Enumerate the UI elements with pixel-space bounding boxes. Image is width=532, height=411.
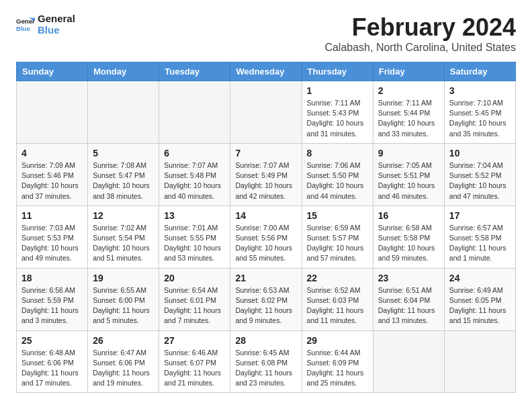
calendar-week-row: 11Sunrise: 7:03 AM Sunset: 5:53 PM Dayli… xyxy=(17,205,516,268)
day-info: Sunrise: 6:49 AM Sunset: 6:05 PM Dayligh… xyxy=(449,285,511,326)
svg-text:Blue: Blue xyxy=(16,24,30,32)
day-info: Sunrise: 6:54 AM Sunset: 6:01 PM Dayligh… xyxy=(164,285,225,326)
day-info: Sunrise: 6:47 AM Sunset: 6:06 PM Dayligh… xyxy=(93,348,154,389)
day-number: 7 xyxy=(235,148,296,158)
day-info: Sunrise: 6:58 AM Sunset: 5:58 PM Dayligh… xyxy=(378,223,439,264)
logo-icon: General Blue xyxy=(16,15,35,34)
day-number: 13 xyxy=(164,210,225,221)
day-number: 24 xyxy=(449,273,511,283)
calendar-cell: 28Sunrise: 6:45 AM Sunset: 6:08 PM Dayli… xyxy=(230,330,302,393)
day-info: Sunrise: 7:06 AM Sunset: 5:50 PM Dayligh… xyxy=(307,161,368,201)
day-number: 17 xyxy=(449,210,511,221)
calendar-cell: 10Sunrise: 7:04 AM Sunset: 5:52 PM Dayli… xyxy=(444,143,515,205)
day-number: 1 xyxy=(307,85,368,96)
calendar-cell: 21Sunrise: 6:53 AM Sunset: 6:02 PM Dayli… xyxy=(230,268,302,330)
day-number: 12 xyxy=(93,210,154,221)
col-header-sunday: Sunday xyxy=(17,62,88,81)
calendar-cell: 4Sunrise: 7:09 AM Sunset: 5:46 PM Daylig… xyxy=(17,143,88,205)
day-info: Sunrise: 7:08 AM Sunset: 5:47 PM Dayligh… xyxy=(93,161,154,201)
logo: General Blue General Blue xyxy=(16,13,75,36)
calendar-cell: 29Sunrise: 6:44 AM Sunset: 6:09 PM Dayli… xyxy=(302,330,373,393)
day-info: Sunrise: 7:00 AM Sunset: 5:56 PM Dayligh… xyxy=(235,223,296,264)
day-info: Sunrise: 6:53 AM Sunset: 6:02 PM Dayligh… xyxy=(235,285,296,326)
day-number: 19 xyxy=(93,273,154,283)
day-number: 6 xyxy=(164,148,225,158)
calendar-cell: 22Sunrise: 6:52 AM Sunset: 6:03 PM Dayli… xyxy=(302,268,373,330)
day-number: 2 xyxy=(378,85,439,96)
calendar-cell: 13Sunrise: 7:01 AM Sunset: 5:55 PM Dayli… xyxy=(159,205,230,268)
calendar-cell: 1Sunrise: 7:11 AM Sunset: 5:43 PM Daylig… xyxy=(302,81,373,144)
col-header-thursday: Thursday xyxy=(302,62,373,81)
day-number: 11 xyxy=(21,210,83,221)
day-number: 4 xyxy=(21,148,83,158)
day-info: Sunrise: 6:45 AM Sunset: 6:08 PM Dayligh… xyxy=(235,348,296,389)
day-info: Sunrise: 6:44 AM Sunset: 6:09 PM Dayligh… xyxy=(307,348,368,389)
logo-general: General xyxy=(38,13,75,25)
day-info: Sunrise: 7:10 AM Sunset: 5:45 PM Dayligh… xyxy=(449,98,511,139)
calendar-cell: 25Sunrise: 6:48 AM Sunset: 6:06 PM Dayli… xyxy=(17,330,88,393)
col-header-wednesday: Wednesday xyxy=(230,62,302,81)
calendar-cell: 27Sunrise: 6:46 AM Sunset: 6:07 PM Dayli… xyxy=(159,330,230,393)
col-header-monday: Monday xyxy=(88,62,159,81)
day-number: 14 xyxy=(235,210,296,221)
calendar-cell: 7Sunrise: 7:07 AM Sunset: 5:49 PM Daylig… xyxy=(230,143,302,205)
day-info: Sunrise: 6:48 AM Sunset: 6:06 PM Dayligh… xyxy=(21,348,83,389)
day-number: 16 xyxy=(378,210,439,221)
calendar-cell: 23Sunrise: 6:51 AM Sunset: 6:04 PM Dayli… xyxy=(373,268,444,330)
day-number: 22 xyxy=(307,273,368,283)
day-number: 10 xyxy=(449,148,511,158)
calendar-header-row: SundayMondayTuesdayWednesdayThursdayFrid… xyxy=(17,62,516,81)
calendar-cell xyxy=(230,81,302,144)
calendar-cell: 18Sunrise: 6:56 AM Sunset: 5:59 PM Dayli… xyxy=(17,268,88,330)
day-number: 3 xyxy=(449,85,511,96)
day-info: Sunrise: 6:57 AM Sunset: 5:58 PM Dayligh… xyxy=(449,223,511,264)
day-number: 25 xyxy=(21,335,83,346)
day-info: Sunrise: 7:04 AM Sunset: 5:52 PM Dayligh… xyxy=(449,161,511,201)
calendar-week-row: 25Sunrise: 6:48 AM Sunset: 6:06 PM Dayli… xyxy=(17,330,516,393)
calendar-cell: 17Sunrise: 6:57 AM Sunset: 5:58 PM Dayli… xyxy=(444,205,515,268)
calendar-cell: 12Sunrise: 7:02 AM Sunset: 5:54 PM Dayli… xyxy=(88,205,159,268)
day-info: Sunrise: 7:09 AM Sunset: 5:46 PM Dayligh… xyxy=(21,161,83,201)
day-info: Sunrise: 7:11 AM Sunset: 5:44 PM Dayligh… xyxy=(378,98,439,139)
month-title: February 2024 xyxy=(324,13,516,42)
location-title: Calabash, North Carolina, United States xyxy=(324,42,516,54)
logo-blue: Blue xyxy=(38,25,75,36)
calendar-cell: 3Sunrise: 7:10 AM Sunset: 5:45 PM Daylig… xyxy=(444,81,515,144)
day-info: Sunrise: 7:07 AM Sunset: 5:49 PM Dayligh… xyxy=(235,161,296,201)
day-info: Sunrise: 6:59 AM Sunset: 5:57 PM Dayligh… xyxy=(307,223,368,264)
day-number: 21 xyxy=(235,273,296,283)
day-info: Sunrise: 7:03 AM Sunset: 5:53 PM Dayligh… xyxy=(21,223,83,264)
calendar-cell: 20Sunrise: 6:54 AM Sunset: 6:01 PM Dayli… xyxy=(159,268,230,330)
title-block: February 2024 Calabash, North Carolina, … xyxy=(324,13,516,54)
calendar-week-row: 4Sunrise: 7:09 AM Sunset: 5:46 PM Daylig… xyxy=(17,143,516,205)
day-number: 5 xyxy=(93,148,154,158)
day-number: 26 xyxy=(93,335,154,346)
day-info: Sunrise: 7:05 AM Sunset: 5:51 PM Dayligh… xyxy=(378,161,439,201)
day-info: Sunrise: 6:46 AM Sunset: 6:07 PM Dayligh… xyxy=(164,348,225,389)
calendar-cell: 9Sunrise: 7:05 AM Sunset: 5:51 PM Daylig… xyxy=(373,143,444,205)
day-number: 23 xyxy=(378,273,439,283)
calendar-cell: 15Sunrise: 6:59 AM Sunset: 5:57 PM Dayli… xyxy=(302,205,373,268)
day-info: Sunrise: 6:55 AM Sunset: 6:00 PM Dayligh… xyxy=(93,285,154,326)
day-number: 20 xyxy=(164,273,225,283)
day-number: 27 xyxy=(164,335,225,346)
calendar-cell: 6Sunrise: 7:07 AM Sunset: 5:48 PM Daylig… xyxy=(159,143,230,205)
col-header-saturday: Saturday xyxy=(444,62,515,81)
day-number: 28 xyxy=(235,335,296,346)
day-number: 29 xyxy=(307,335,368,346)
day-info: Sunrise: 6:51 AM Sunset: 6:04 PM Dayligh… xyxy=(378,285,439,326)
calendar-cell: 26Sunrise: 6:47 AM Sunset: 6:06 PM Dayli… xyxy=(88,330,159,393)
calendar-week-row: 18Sunrise: 6:56 AM Sunset: 5:59 PM Dayli… xyxy=(17,268,516,330)
calendar-cell: 24Sunrise: 6:49 AM Sunset: 6:05 PM Dayli… xyxy=(444,268,515,330)
calendar-cell xyxy=(88,81,159,144)
col-header-tuesday: Tuesday xyxy=(159,62,230,81)
day-info: Sunrise: 7:07 AM Sunset: 5:48 PM Dayligh… xyxy=(164,161,225,201)
calendar-cell: 5Sunrise: 7:08 AM Sunset: 5:47 PM Daylig… xyxy=(88,143,159,205)
day-number: 9 xyxy=(378,148,439,158)
page-header: General Blue General Blue February 2024 … xyxy=(16,13,516,54)
day-number: 18 xyxy=(21,273,83,283)
day-info: Sunrise: 6:52 AM Sunset: 6:03 PM Dayligh… xyxy=(307,285,368,326)
day-number: 15 xyxy=(307,210,368,221)
calendar-cell: 11Sunrise: 7:03 AM Sunset: 5:53 PM Dayli… xyxy=(17,205,88,268)
day-info: Sunrise: 7:11 AM Sunset: 5:43 PM Dayligh… xyxy=(307,98,368,139)
